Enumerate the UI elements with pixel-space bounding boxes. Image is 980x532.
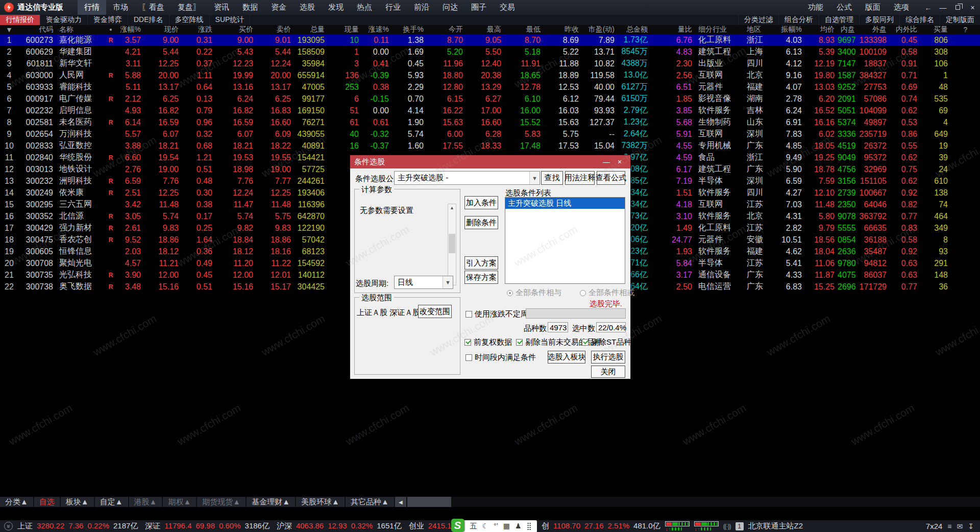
person-icon[interactable]: ♟ bbox=[515, 522, 522, 531]
header-买价[interactable]: 买价 bbox=[215, 25, 256, 34]
header-现价[interactable]: 现价 bbox=[144, 25, 182, 34]
table-row[interactable]: 5603933睿能科技5.1113.170.6413.1613.17470052… bbox=[0, 81, 980, 93]
menu-item-圈子[interactable]: 圈子 bbox=[464, 0, 493, 15]
menu-item-版面[interactable]: 版面 bbox=[859, 3, 887, 12]
table-row[interactable]: 3601811新华文轩3.1112.250.3712.2312.24359843… bbox=[0, 58, 980, 69]
minimize-icon[interactable]: — bbox=[936, 0, 950, 15]
list-icon[interactable]: ≡ bbox=[947, 522, 951, 530]
table-row[interactable]: 10002833弘亚数控3.8818.210.6818.2118.2240891… bbox=[0, 140, 980, 152]
menu-item-热点[interactable]: 热点 bbox=[350, 0, 379, 15]
mail-icon[interactable]: ✉ bbox=[957, 522, 963, 530]
header-涨跌[interactable]: 涨跌 bbox=[182, 25, 215, 34]
restore-icon[interactable] bbox=[950, 0, 965, 15]
index-创业[interactable]: 创业2415.1 bbox=[409, 521, 452, 531]
toolbar-item-定制版面[interactable]: 定制版面 bbox=[940, 15, 980, 25]
header-均价[interactable]: 均价 bbox=[805, 25, 838, 34]
table-row[interactable]: 9002654万润科技5.576.070.326.076.0943905540-… bbox=[0, 128, 980, 140]
header-买量[interactable]: 买量 bbox=[920, 25, 951, 34]
header-名称[interactable]: 名称 bbox=[56, 25, 106, 34]
toolbar-item-SUP统计[interactable]: SUP统计 bbox=[210, 15, 251, 25]
tab-自定[interactable]: 自定▲ bbox=[95, 497, 128, 507]
tab-美股环球[interactable]: 美股环球▲ bbox=[296, 497, 345, 507]
expand-indices-icon[interactable]: « bbox=[4, 522, 13, 530]
change-range-button[interactable]: 改变范围 bbox=[418, 305, 452, 318]
scrollbar-thumb[interactable] bbox=[449, 234, 455, 253]
header-外盘[interactable]: 外盘 bbox=[858, 25, 890, 34]
header-涨速%[interactable]: 涨速% bbox=[362, 25, 392, 34]
toolbar-item-自选管理[interactable]: 自选管理 bbox=[819, 15, 859, 25]
view-formula-button[interactable]: 查看公式 bbox=[597, 171, 625, 185]
tab-期权[interactable]: 期权▲ bbox=[163, 497, 196, 507]
tab-分类[interactable]: 分类▲ bbox=[0, 497, 33, 507]
close-icon[interactable]: × bbox=[965, 0, 980, 15]
header-卖价[interactable]: 卖价 bbox=[256, 25, 294, 34]
menu-item-公式[interactable]: 公式 bbox=[830, 3, 859, 12]
header-涨幅%[interactable]: 涨幅% bbox=[116, 25, 144, 34]
punctuation-icon[interactable]: °’ bbox=[494, 522, 498, 531]
back-icon[interactable]: ← bbox=[921, 0, 936, 15]
toolbar-item-分类过滤[interactable]: 分类过滤 bbox=[738, 15, 778, 25]
header-细分行业[interactable]: 细分行业 bbox=[695, 25, 744, 34]
pick-to-block-button[interactable]: 选股入板块 bbox=[548, 351, 585, 364]
execute-pick-button[interactable]: 执行选股 bbox=[591, 351, 625, 364]
menu-item-前沿[interactable]: 前沿 bbox=[407, 0, 436, 15]
radio-all-or[interactable]: 全部条件相或 bbox=[580, 288, 634, 298]
add-condition-button[interactable]: 加入条件 bbox=[464, 196, 498, 209]
header-最高[interactable]: 最高 bbox=[466, 25, 504, 34]
wubi-mode-icon[interactable]: 五 bbox=[470, 522, 477, 531]
formula-combobox[interactable]: 主升突破选股 - ▼ bbox=[394, 171, 540, 185]
header-量比[interactable]: 量比 bbox=[651, 25, 695, 34]
menu-item-发现[interactable]: 发现 bbox=[322, 0, 350, 15]
menu-item-选项[interactable]: 选项 bbox=[887, 3, 916, 12]
params-scrollbar[interactable]: ▲ ▼ bbox=[448, 204, 456, 285]
usage-notes-button[interactable]: 用法注释 bbox=[565, 171, 595, 185]
ime-toolbar[interactable]: S 五☾°’▦♟⣿ bbox=[456, 520, 537, 532]
download-icon[interactable]: ↧ bbox=[968, 522, 974, 530]
save-plan-button[interactable]: 保存方案 bbox=[464, 271, 498, 284]
grid-icon[interactable]: ⣿ bbox=[527, 522, 532, 531]
table-row[interactable]: 7002232启明信息4.9316.820.7916.8216.83169150… bbox=[0, 105, 980, 116]
remove-st-checkbox[interactable]: 剔除ST品种 bbox=[582, 337, 631, 347]
menu-item-资金[interactable]: 资金 bbox=[264, 0, 293, 15]
toolbar-item-资金驱动力[interactable]: 资金驱动力 bbox=[40, 15, 88, 25]
moon-icon[interactable]: ☾ bbox=[482, 522, 489, 531]
adjusted-data-checkbox[interactable]: 前复权数据 bbox=[464, 337, 512, 347]
index-深证[interactable]: 深证11796.469.980.60%3186亿 bbox=[145, 521, 270, 531]
import-plan-button[interactable]: 引入方案 bbox=[464, 256, 498, 270]
header-总量[interactable]: 总量 bbox=[294, 25, 328, 34]
radio-all-and[interactable]: 全部条件相与 bbox=[507, 288, 561, 298]
menu-item-功能[interactable]: 功能 bbox=[801, 3, 830, 12]
header-换手%[interactable]: 换手% bbox=[392, 25, 427, 34]
tab-港股[interactable]: 港股▲ bbox=[129, 497, 162, 507]
chevron-down-icon[interactable]: ▼ bbox=[529, 172, 540, 184]
header-总金额[interactable]: 总金额 bbox=[618, 25, 651, 34]
remove-condition-button[interactable]: 删除条件 bbox=[464, 216, 498, 229]
toolbar-item-资金博弈[interactable]: 资金博弈 bbox=[88, 15, 128, 25]
header-?[interactable]: ? bbox=[951, 25, 980, 34]
index-沪深[interactable]: 沪深4063.8612.930.32%1651亿 bbox=[277, 521, 402, 531]
tab-自选[interactable]: 自选 bbox=[34, 497, 60, 507]
condition-list-item[interactable]: 主升突破选股 日线 bbox=[505, 198, 625, 209]
chevron-down-icon[interactable]: ▼ bbox=[443, 276, 453, 288]
toolbar-item-组合分析[interactable]: 组合分析 bbox=[778, 15, 819, 25]
header-内外比[interactable]: 内外比 bbox=[890, 25, 920, 34]
menu-item-问达[interactable]: 问达 bbox=[436, 0, 464, 15]
dialog-titlebar[interactable]: 条件选股 — × bbox=[350, 155, 630, 168]
menu-item-交易[interactable]: 交易 bbox=[493, 0, 522, 15]
toolbar-item-DDE排名[interactable]: DDE排名 bbox=[128, 15, 169, 25]
header-市盈(动)[interactable]: 市盈(动) bbox=[582, 25, 618, 34]
header-现量[interactable]: 现量 bbox=[328, 25, 362, 34]
table-row[interactable]: 2600629华建集团4.215.440.225.435.4415850910.… bbox=[0, 46, 980, 58]
toolbar-item-多股同列[interactable]: 多股同列 bbox=[859, 15, 899, 25]
dialog-close-button[interactable]: 关闭 bbox=[591, 366, 625, 378]
index-创[interactable]: 创1108.7027.162.51%481.0亿 bbox=[542, 521, 660, 531]
header-•[interactable]: • bbox=[106, 25, 116, 34]
sogou-logo-icon[interactable]: S bbox=[451, 519, 464, 532]
tab-collapse-icon[interactable]: ◀ bbox=[395, 497, 406, 507]
header-振幅%[interactable]: 振幅% bbox=[774, 25, 805, 34]
variable-period-input[interactable] bbox=[526, 308, 626, 319]
index-上证[interactable]: 上证3280.227.360.22%2187亿 bbox=[17, 521, 138, 531]
header-▼[interactable]: ▼ bbox=[0, 25, 18, 34]
toolbar-item-行情报价[interactable]: 行情报价 bbox=[0, 15, 40, 25]
menu-item-复盘〗[interactable]: 复盘〗 bbox=[171, 0, 207, 15]
